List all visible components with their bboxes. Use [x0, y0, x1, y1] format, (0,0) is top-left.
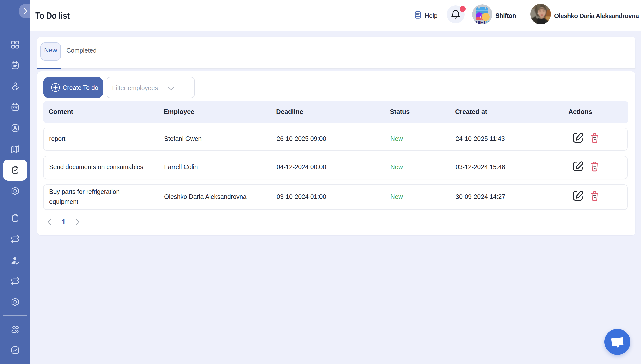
svg-text:SHIFT: SHIFT — [473, 20, 486, 24]
svg-text:ON: ON — [486, 20, 492, 24]
